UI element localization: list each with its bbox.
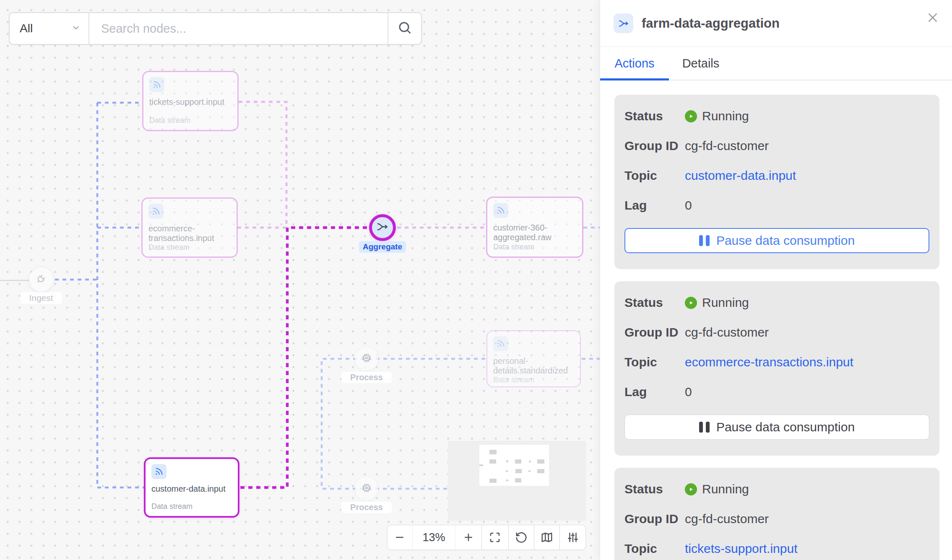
rss-icon	[493, 203, 508, 218]
topic-row: Topic ecommerce-transactions.input	[624, 355, 929, 369]
panel-title: farm-data-aggregation	[642, 16, 780, 31]
zoom-in-button[interactable]	[455, 525, 481, 550]
consumer-card: Status Running Group ID cg-fd-customer T…	[614, 468, 939, 560]
minimap-toggle-button[interactable]	[534, 525, 560, 550]
status-label: Status	[624, 296, 685, 310]
fit-view-button[interactable]	[481, 525, 508, 550]
search-icon	[397, 20, 412, 37]
running-play-icon	[685, 110, 697, 122]
status-text: Running	[702, 482, 749, 496]
lag-value: 0	[685, 385, 692, 399]
pause-icon	[699, 235, 710, 246]
search-filter-select[interactable]: All	[10, 13, 89, 44]
consumer-card: Status Running Group ID cg-fd-customer T…	[614, 281, 939, 456]
node-type-label: Data stream	[148, 243, 231, 252]
pipeline-canvas[interactable]: All tickets-support.input Data stream	[0, 0, 600, 560]
chevron-down-icon	[71, 23, 81, 34]
lag-value: 0	[685, 198, 692, 213]
node-search-bar: All	[9, 12, 422, 45]
pause-consumption-button[interactable]: Pause data consumption	[624, 415, 929, 440]
status-text: Running	[702, 296, 749, 310]
node-title: customer-360-aggregated.raw	[493, 223, 576, 242]
aggregation-icon	[614, 13, 633, 33]
group-id-value: cg-fd-customer	[685, 139, 769, 153]
status-text: Running	[702, 109, 749, 123]
process-1-label: Process	[341, 372, 392, 383]
edges-ingest-blue	[55, 103, 144, 487]
edges-aggregate-pink	[237, 102, 485, 228]
node-aggregate-selected[interactable]	[369, 214, 396, 241]
plug-icon	[34, 272, 48, 287]
running-play-icon	[685, 297, 697, 309]
status-row: Status Running	[624, 482, 929, 496]
lag-row: Lag 0	[624, 385, 929, 399]
zoom-level-display: 13%	[412, 525, 455, 550]
group-id-label: Group ID	[624, 325, 685, 340]
topic-link[interactable]: ecommerce-transactions.input	[685, 355, 853, 369]
node-process-2[interactable]	[355, 477, 378, 500]
tab-details[interactable]: Details	[669, 47, 733, 80]
node-type-label: Data stream	[493, 376, 574, 384]
pause-consumption-button[interactable]: Pause data consumption	[624, 228, 929, 253]
consumer-card: Status Running Group ID cg-fd-customer T…	[614, 95, 939, 269]
canvas-toolbar: 13%	[387, 525, 586, 550]
node-type-label: Data stream	[493, 243, 576, 251]
search-input[interactable]	[89, 13, 388, 44]
details-panel: farm-data-aggregation Actions Details St…	[600, 0, 952, 560]
lag-row: Lag 0	[624, 198, 929, 213]
node-ingest[interactable]	[29, 267, 53, 292]
topic-link[interactable]: tickets-support.input	[685, 542, 797, 556]
status-row: Status Running	[624, 296, 929, 310]
node-customer-360-aggregated-raw[interactable]: customer-360-aggregated.raw Data stream	[486, 197, 583, 258]
rss-icon	[149, 77, 164, 92]
node-ecommerce-transactions-input[interactable]: ecommerce-transactions.input Data stream	[141, 197, 238, 258]
rss-icon	[151, 464, 166, 479]
group-id-row: Group ID cg-fd-customer	[624, 512, 929, 526]
node-title: ecommerce-transactions.input	[148, 224, 231, 243]
topic-label: Topic	[624, 542, 685, 556]
node-title: tickets-support.input	[149, 97, 231, 107]
group-id-row: Group ID cg-fd-customer	[624, 139, 929, 153]
topic-row: Topic customer-data.input	[624, 169, 929, 183]
node-personal-details-standardized[interactable]: personal-details.standardized Data strea…	[486, 330, 581, 387]
settings-sliders-button[interactable]	[559, 525, 585, 550]
chip-icon	[360, 482, 373, 496]
topic-row: Topic tickets-support.input	[624, 542, 929, 556]
tab-actions[interactable]: Actions	[600, 47, 669, 80]
status-value: Running	[685, 482, 749, 496]
pause-icon	[699, 422, 710, 433]
status-label: Status	[624, 482, 685, 496]
close-icon[interactable]	[924, 9, 941, 26]
edge-selected-aggregation	[240, 228, 368, 487]
group-id-label: Group ID	[624, 512, 685, 526]
node-customer-data-input-selected[interactable]: customer-data.input Data stream	[144, 457, 239, 518]
lag-label: Lag	[624, 198, 685, 213]
panel-header: farm-data-aggregation	[600, 0, 952, 47]
topic-label: Topic	[624, 169, 685, 183]
topic-link[interactable]: customer-data.input	[685, 169, 796, 183]
aggregate-label: Aggregate	[359, 241, 406, 253]
group-id-value: cg-fd-customer	[685, 512, 769, 526]
pause-button-label: Pause data consumption	[716, 420, 855, 434]
panel-body: Status Running Group ID cg-fd-customer T…	[600, 80, 952, 560]
node-process-1[interactable]	[355, 347, 378, 371]
reset-view-button[interactable]	[508, 525, 534, 550]
zoom-out-button[interactable]	[388, 525, 412, 550]
status-value: Running	[685, 296, 749, 310]
panel-tabs: Actions Details	[600, 47, 952, 80]
topic-label: Topic	[624, 355, 685, 369]
node-type-label: Data stream	[151, 502, 232, 511]
group-id-value: cg-fd-customer	[685, 325, 769, 340]
running-play-icon	[685, 483, 697, 495]
node-type-label: Data stream	[149, 116, 231, 125]
search-button[interactable]	[388, 13, 421, 44]
minimap[interactable]	[448, 441, 586, 521]
rss-icon	[493, 336, 508, 351]
pause-button-label: Pause data consumption	[716, 233, 855, 248]
node-tickets-support-input[interactable]: tickets-support.input Data stream	[142, 71, 239, 131]
ingest-label: Ingest	[20, 292, 62, 304]
lag-label: Lag	[624, 385, 685, 399]
process-2-label: Process	[341, 502, 392, 513]
search-filter-value: All	[20, 22, 71, 35]
app-window: All tickets-support.input Data stream	[0, 0, 952, 560]
